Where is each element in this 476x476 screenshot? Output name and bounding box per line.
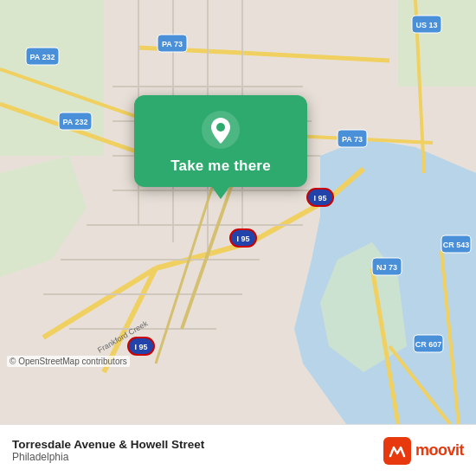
svg-text:I 95: I 95	[313, 194, 326, 203]
svg-text:PA 73: PA 73	[162, 40, 183, 48]
svg-text:I 95: I 95	[134, 343, 147, 351]
map-container: PA 232 PA 232 PA 73 PA 73 US 13 US 1 I 9…	[0, 0, 476, 424]
svg-text:PA 232: PA 232	[29, 53, 55, 61]
svg-text:CR 607: CR 607	[415, 340, 442, 349]
moovit-logo[interactable]: moovit	[383, 437, 464, 465]
svg-text:US 13: US 13	[415, 21, 437, 29]
bottom-bar: Torresdale Avenue & Howell Street Philad…	[0, 424, 476, 476]
svg-text:CR 543: CR 543	[443, 241, 470, 249]
location-city: Philadelphia	[12, 451, 204, 463]
popup-card[interactable]: Take me there	[134, 95, 307, 187]
take-me-there-button[interactable]: Take me there	[170, 158, 271, 175]
svg-rect-4	[398, 0, 476, 87]
location-name: Torresdale Avenue & Howell Street	[12, 438, 204, 451]
svg-rect-60	[383, 437, 411, 465]
moovit-label: moovit	[415, 441, 464, 460]
svg-text:NJ 73: NJ 73	[376, 263, 397, 272]
pin-icon	[202, 111, 240, 149]
svg-point-59	[216, 123, 225, 132]
copyright-text: © OpenStreetMap contributors	[7, 356, 130, 367]
svg-text:PA 232: PA 232	[62, 118, 87, 126]
svg-rect-2	[0, 0, 104, 156]
svg-text:PA 73: PA 73	[342, 135, 363, 144]
svg-text:I 95: I 95	[236, 235, 249, 243]
location-info: Torresdale Avenue & Howell Street Philad…	[12, 438, 204, 463]
moovit-brand-icon	[383, 437, 411, 465]
